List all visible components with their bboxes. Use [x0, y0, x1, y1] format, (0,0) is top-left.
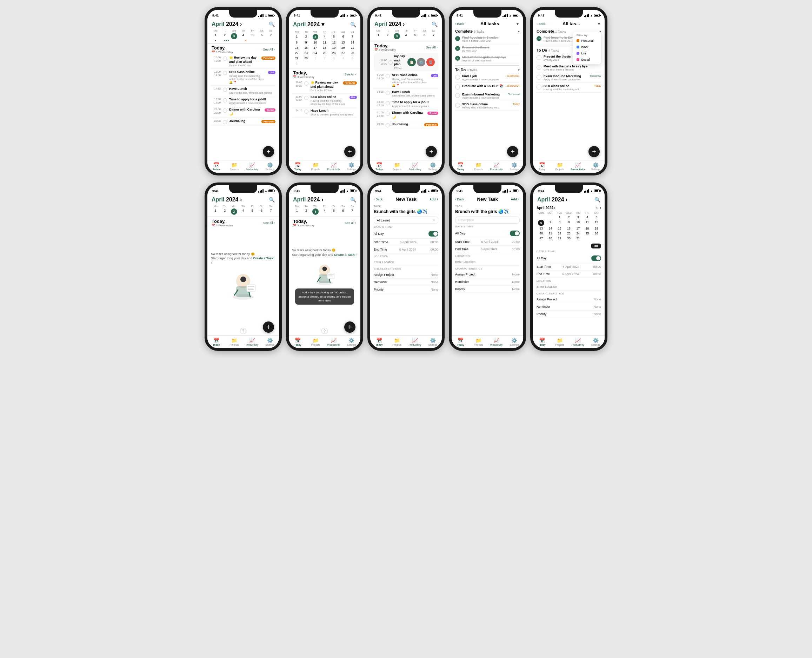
- add-button[interactable]: Add +: [511, 197, 520, 201]
- search-icon[interactable]: 🔍: [269, 21, 275, 27]
- nav-projects[interactable]: 📁Projects: [225, 162, 243, 171]
- nav-productivity[interactable]: 📈Productivity: [487, 162, 505, 171]
- filter-icon[interactable]: ▼: [597, 21, 601, 26]
- nav-productivity[interactable]: 📈Productivity: [487, 338, 505, 346]
- fab-add-button[interactable]: +: [426, 146, 437, 157]
- nav-settings[interactable]: ⚙️Settings: [587, 162, 605, 171]
- priority-value[interactable]: None: [593, 312, 601, 316]
- nav-productivity[interactable]: 📈Productivity: [569, 338, 587, 346]
- task-checkbox[interactable]: ✓: [455, 46, 460, 51]
- search-icon[interactable]: 🔍: [432, 21, 438, 27]
- see-all-btn[interactable]: See all ›: [263, 221, 275, 225]
- nav-settings[interactable]: ⚙️Settings: [343, 162, 360, 171]
- nav-productivity[interactable]: 📈Productivity: [243, 338, 261, 346]
- filter-personal[interactable]: Personal: [573, 38, 601, 44]
- end-time-value[interactable]: 00:00: [593, 272, 601, 276]
- nav-settings[interactable]: ⚙️Settings: [587, 338, 605, 346]
- nav-settings[interactable]: ⚙️Settings: [505, 162, 523, 171]
- section-toggle[interactable]: ▾: [518, 30, 520, 33]
- back-button[interactable]: ‹ Back: [455, 22, 464, 26]
- nav-projects[interactable]: 📁Projects: [469, 162, 487, 171]
- start-date-value[interactable]: 6 April 2024: [563, 265, 579, 268]
- fab-add-button[interactable]: +: [507, 146, 518, 157]
- task-checkbox[interactable]: [304, 110, 308, 114]
- reminder-value[interactable]: None: [512, 280, 520, 284]
- filter-social[interactable]: Social: [573, 56, 601, 63]
- priority-value[interactable]: None: [512, 287, 520, 291]
- nav-projects[interactable]: 📁Projects: [551, 162, 569, 171]
- task-checkbox[interactable]: [386, 123, 390, 127]
- task-checkbox[interactable]: [386, 91, 390, 95]
- task-checkbox[interactable]: [304, 81, 308, 86]
- filter-icon[interactable]: ▼: [515, 21, 520, 26]
- end-time-value[interactable]: 00:00: [430, 248, 438, 251]
- reminder-value[interactable]: None: [430, 280, 438, 284]
- see-all-btn[interactable]: See All ›: [344, 73, 356, 76]
- prev-month-btn[interactable]: ‹: [596, 205, 598, 210]
- location-input[interactable]: Enter Location: [537, 285, 557, 288]
- nav-today[interactable]: 📅Today: [207, 162, 225, 171]
- nav-productivity[interactable]: 📈Productivity: [406, 162, 424, 171]
- fab-add-button[interactable]: +: [588, 146, 600, 157]
- create-task-link[interactable]: Create a Task!: [334, 253, 355, 257]
- task-checkbox[interactable]: ✓: [455, 36, 460, 41]
- search-icon[interactable]: 🔍: [595, 197, 601, 202]
- priority-value[interactable]: None: [430, 288, 438, 291]
- add-button[interactable]: Add +: [430, 197, 438, 201]
- nav-projects[interactable]: 📁Projects: [307, 162, 325, 171]
- description-input[interactable]: Description: [455, 216, 520, 224]
- task-checkbox[interactable]: [388, 60, 393, 64]
- nav-projects[interactable]: 📁Projects: [469, 338, 487, 346]
- nav-settings[interactable]: ⚙️Settings: [343, 338, 360, 346]
- start-time-value[interactable]: 00:00: [430, 240, 438, 244]
- task-checkbox[interactable]: [537, 75, 541, 80]
- task-checkbox[interactable]: [537, 65, 541, 70]
- search-icon[interactable]: 🔍: [350, 22, 356, 27]
- task-checkbox[interactable]: [386, 101, 390, 105]
- nav-productivity[interactable]: 📈Productivity: [325, 338, 343, 346]
- task-checkbox[interactable]: ✓: [455, 56, 460, 61]
- see-all-btn[interactable]: See All ›: [263, 48, 275, 51]
- help-icon[interactable]: ?: [321, 328, 328, 334]
- task-checkbox[interactable]: [223, 88, 227, 92]
- fab-add-button[interactable]: +: [344, 321, 355, 333]
- fab-add-button[interactable]: +: [263, 146, 274, 157]
- nav-today[interactable]: 📅Today: [289, 162, 307, 171]
- all-day-toggle[interactable]: [510, 230, 520, 236]
- task-checkbox[interactable]: [455, 85, 460, 89]
- next-month-btn[interactable]: ›: [600, 205, 601, 210]
- clear-icon[interactable]: ✕: [432, 218, 435, 222]
- end-date-value[interactable]: 6 April 2024: [562, 272, 579, 276]
- nav-settings[interactable]: ⚙️Settings: [261, 162, 279, 171]
- all-day-toggle[interactable]: [429, 231, 438, 237]
- task-checkbox[interactable]: [455, 103, 460, 108]
- assign-project-value[interactable]: None: [593, 298, 601, 301]
- end-time-value[interactable]: 00:00: [512, 248, 520, 251]
- start-date-value[interactable]: 6 April 2024: [400, 240, 416, 244]
- section-toggle[interactable]: ▾: [518, 68, 520, 72]
- all-day-toggle[interactable]: [591, 255, 601, 261]
- start-date-value[interactable]: 6 April 2024: [481, 240, 498, 244]
- nav-today[interactable]: 📅Today: [370, 338, 388, 346]
- see-all-btn[interactable]: See all ›: [344, 221, 356, 225]
- task-checkbox[interactable]: [537, 55, 541, 60]
- back-button[interactable]: ‹ Back: [374, 197, 383, 201]
- nav-projects[interactable]: 📁Projects: [388, 338, 406, 346]
- nav-projects[interactable]: 📁Projects: [225, 338, 243, 346]
- delete-task-btn[interactable]: 🗑️: [426, 58, 435, 66]
- nav-today[interactable]: 📅Today: [533, 162, 551, 171]
- back-button[interactable]: ‹ Back: [537, 22, 546, 26]
- assign-project-value[interactable]: None: [512, 273, 520, 276]
- nav-today[interactable]: 📅Today: [370, 162, 388, 171]
- location-input[interactable]: Enter Location: [455, 260, 476, 263]
- nav-projects[interactable]: 📁Projects: [388, 162, 406, 171]
- nav-productivity[interactable]: 📈Productivity: [325, 162, 343, 171]
- reminder-value[interactable]: None: [593, 305, 601, 309]
- start-time-value[interactable]: 00:00: [512, 240, 520, 244]
- task-checkbox[interactable]: [223, 56, 227, 61]
- task-checkbox[interactable]: ✓: [537, 36, 541, 41]
- nav-productivity[interactable]: 📈Productivity: [569, 162, 587, 171]
- filter-uni[interactable]: Uni: [573, 50, 601, 56]
- see-all-btn[interactable]: See All ›: [426, 45, 438, 49]
- description-input[interactable]: At Laure| ✕: [374, 216, 438, 224]
